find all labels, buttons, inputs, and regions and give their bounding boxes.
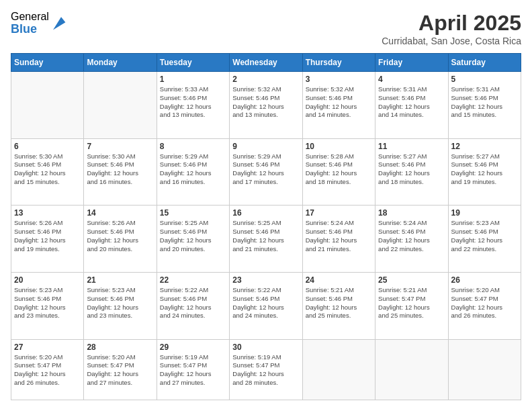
- calendar-cell: 23Sunrise: 5:22 AM Sunset: 5:46 PM Dayli…: [230, 272, 302, 339]
- day-detail: Sunrise: 5:30 AM Sunset: 5:46 PM Dayligh…: [87, 152, 153, 187]
- day-detail: Sunrise: 5:23 AM Sunset: 5:46 PM Dayligh…: [14, 286, 81, 320]
- calendar-cell: 18Sunrise: 5:24 AM Sunset: 5:46 PM Dayli…: [375, 205, 448, 273]
- calendar-cell: 28Sunrise: 5:20 AM Sunset: 5:47 PM Dayli…: [84, 339, 157, 400]
- calendar-cell: 26Sunrise: 5:20 AM Sunset: 5:47 PM Dayli…: [448, 272, 521, 339]
- day-number: 6: [14, 142, 81, 151]
- calendar-cell: 29Sunrise: 5:19 AM Sunset: 5:47 PM Dayli…: [157, 339, 229, 400]
- day-detail: Sunrise: 5:21 AM Sunset: 5:47 PM Dayligh…: [378, 286, 445, 320]
- week-row-5: 27Sunrise: 5:20 AM Sunset: 5:47 PM Dayli…: [11, 339, 521, 400]
- day-number: 10: [306, 142, 372, 151]
- day-detail: Sunrise: 5:30 AM Sunset: 5:46 PM Dayligh…: [14, 152, 81, 187]
- weekday-header-tuesday: Tuesday: [157, 54, 229, 72]
- day-detail: Sunrise: 5:26 AM Sunset: 5:46 PM Dayligh…: [87, 219, 153, 253]
- day-number: 14: [87, 208, 153, 218]
- day-number: 30: [232, 342, 299, 352]
- day-detail: Sunrise: 5:29 AM Sunset: 5:46 PM Dayligh…: [232, 152, 299, 187]
- day-detail: Sunrise: 5:22 AM Sunset: 5:46 PM Dayligh…: [160, 286, 226, 320]
- day-detail: Sunrise: 5:31 AM Sunset: 5:46 PM Dayligh…: [378, 85, 445, 120]
- calendar-cell: [11, 72, 84, 139]
- calendar-cell: 9Sunrise: 5:29 AM Sunset: 5:46 PM Daylig…: [230, 138, 302, 205]
- calendar-cell: 5Sunrise: 5:31 AM Sunset: 5:46 PM Daylig…: [448, 72, 521, 139]
- day-number: 19: [451, 208, 518, 218]
- day-detail: Sunrise: 5:24 AM Sunset: 5:46 PM Dayligh…: [306, 219, 372, 253]
- day-detail: Sunrise: 5:23 AM Sunset: 5:46 PM Dayligh…: [451, 219, 518, 253]
- day-detail: Sunrise: 5:29 AM Sunset: 5:46 PM Dayligh…: [160, 152, 226, 187]
- day-number: 4: [378, 75, 445, 84]
- day-detail: Sunrise: 5:19 AM Sunset: 5:47 PM Dayligh…: [232, 353, 299, 387]
- day-number: 17: [306, 208, 372, 218]
- calendar-cell: 21Sunrise: 5:23 AM Sunset: 5:46 PM Dayli…: [84, 272, 157, 339]
- calendar-cell: 16Sunrise: 5:25 AM Sunset: 5:46 PM Dayli…: [230, 205, 302, 273]
- calendar-cell: 24Sunrise: 5:21 AM Sunset: 5:46 PM Dayli…: [302, 272, 375, 339]
- logo-icon: [50, 15, 66, 31]
- day-detail: Sunrise: 5:20 AM Sunset: 5:47 PM Dayligh…: [14, 353, 81, 387]
- calendar-cell: [448, 339, 521, 400]
- day-detail: Sunrise: 5:22 AM Sunset: 5:46 PM Dayligh…: [232, 286, 299, 320]
- calendar-cell: 13Sunrise: 5:26 AM Sunset: 5:46 PM Dayli…: [11, 205, 84, 273]
- logo-text: General Blue: [11, 11, 49, 36]
- day-number: 1: [160, 75, 226, 84]
- day-number: 3: [306, 75, 372, 84]
- day-detail: Sunrise: 5:20 AM Sunset: 5:47 PM Dayligh…: [87, 353, 153, 387]
- calendar-cell: 19Sunrise: 5:23 AM Sunset: 5:46 PM Dayli…: [448, 205, 521, 273]
- month-title: April 2025: [382, 11, 521, 36]
- logo-blue: Blue: [11, 23, 49, 36]
- day-number: 11: [378, 142, 445, 151]
- logo-general: General: [11, 11, 49, 23]
- calendar-cell: 6Sunrise: 5:30 AM Sunset: 5:46 PM Daylig…: [11, 138, 84, 205]
- calendar-table: SundayMondayTuesdayWednesdayThursdayFrid…: [11, 53, 521, 400]
- day-detail: Sunrise: 5:21 AM Sunset: 5:46 PM Dayligh…: [306, 286, 372, 320]
- calendar-cell: 22Sunrise: 5:22 AM Sunset: 5:46 PM Dayli…: [157, 272, 229, 339]
- day-detail: Sunrise: 5:25 AM Sunset: 5:46 PM Dayligh…: [232, 219, 299, 253]
- calendar-cell: 10Sunrise: 5:28 AM Sunset: 5:46 PM Dayli…: [302, 138, 375, 205]
- weekday-header-sunday: Sunday: [11, 54, 84, 72]
- calendar-cell: 27Sunrise: 5:20 AM Sunset: 5:47 PM Dayli…: [11, 339, 84, 400]
- day-detail: Sunrise: 5:27 AM Sunset: 5:46 PM Dayligh…: [451, 152, 518, 187]
- page: General Blue April 2025 Curridabat, San …: [0, 0, 532, 411]
- calendar-cell: [84, 72, 157, 139]
- day-number: 26: [451, 275, 518, 285]
- calendar-cell: 25Sunrise: 5:21 AM Sunset: 5:47 PM Dayli…: [375, 272, 448, 339]
- calendar-cell: 4Sunrise: 5:31 AM Sunset: 5:46 PM Daylig…: [375, 72, 448, 139]
- day-number: 22: [160, 275, 226, 285]
- day-number: 18: [378, 208, 445, 218]
- weekday-header-thursday: Thursday: [302, 54, 375, 72]
- calendar-cell: 2Sunrise: 5:32 AM Sunset: 5:46 PM Daylig…: [230, 72, 302, 139]
- day-number: 8: [160, 142, 226, 151]
- calendar-cell: 12Sunrise: 5:27 AM Sunset: 5:46 PM Dayli…: [448, 138, 521, 205]
- day-number: 7: [87, 142, 153, 151]
- day-detail: Sunrise: 5:26 AM Sunset: 5:46 PM Dayligh…: [14, 219, 81, 253]
- weekday-header-friday: Friday: [375, 54, 448, 72]
- calendar-cell: 8Sunrise: 5:29 AM Sunset: 5:46 PM Daylig…: [157, 138, 229, 205]
- day-detail: Sunrise: 5:27 AM Sunset: 5:46 PM Dayligh…: [378, 152, 445, 187]
- header: General Blue April 2025 Curridabat, San …: [11, 11, 521, 46]
- day-number: 13: [14, 208, 81, 218]
- week-row-1: 1Sunrise: 5:33 AM Sunset: 5:46 PM Daylig…: [11, 72, 521, 139]
- day-detail: Sunrise: 5:31 AM Sunset: 5:46 PM Dayligh…: [451, 85, 518, 120]
- day-detail: Sunrise: 5:20 AM Sunset: 5:47 PM Dayligh…: [451, 286, 518, 320]
- calendar-cell: 15Sunrise: 5:25 AM Sunset: 5:46 PM Dayli…: [157, 205, 229, 273]
- day-number: 12: [451, 142, 518, 151]
- calendar-cell: 1Sunrise: 5:33 AM Sunset: 5:46 PM Daylig…: [157, 72, 229, 139]
- day-number: 16: [232, 208, 299, 218]
- week-row-2: 6Sunrise: 5:30 AM Sunset: 5:46 PM Daylig…: [11, 138, 521, 205]
- day-number: 25: [378, 275, 445, 285]
- title-block: April 2025 Curridabat, San Jose, Costa R…: [382, 11, 521, 46]
- day-number: 28: [87, 342, 153, 352]
- day-number: 5: [451, 75, 518, 84]
- calendar-cell: 3Sunrise: 5:32 AM Sunset: 5:46 PM Daylig…: [302, 72, 375, 139]
- day-number: 2: [232, 75, 299, 84]
- calendar-cell: 20Sunrise: 5:23 AM Sunset: 5:46 PM Dayli…: [11, 272, 84, 339]
- week-row-4: 20Sunrise: 5:23 AM Sunset: 5:46 PM Dayli…: [11, 272, 521, 339]
- weekday-header-saturday: Saturday: [448, 54, 521, 72]
- calendar-cell: 14Sunrise: 5:26 AM Sunset: 5:46 PM Dayli…: [84, 205, 157, 273]
- day-detail: Sunrise: 5:24 AM Sunset: 5:46 PM Dayligh…: [378, 219, 445, 253]
- day-detail: Sunrise: 5:33 AM Sunset: 5:46 PM Dayligh…: [160, 85, 226, 120]
- day-detail: Sunrise: 5:23 AM Sunset: 5:46 PM Dayligh…: [87, 286, 153, 320]
- day-detail: Sunrise: 5:19 AM Sunset: 5:47 PM Dayligh…: [160, 353, 226, 387]
- logo: General Blue: [11, 11, 66, 36]
- calendar-cell: 7Sunrise: 5:30 AM Sunset: 5:46 PM Daylig…: [84, 138, 157, 205]
- day-detail: Sunrise: 5:32 AM Sunset: 5:46 PM Dayligh…: [232, 85, 299, 120]
- location-subtitle: Curridabat, San Jose, Costa Rica: [382, 36, 521, 46]
- day-number: 24: [306, 275, 372, 285]
